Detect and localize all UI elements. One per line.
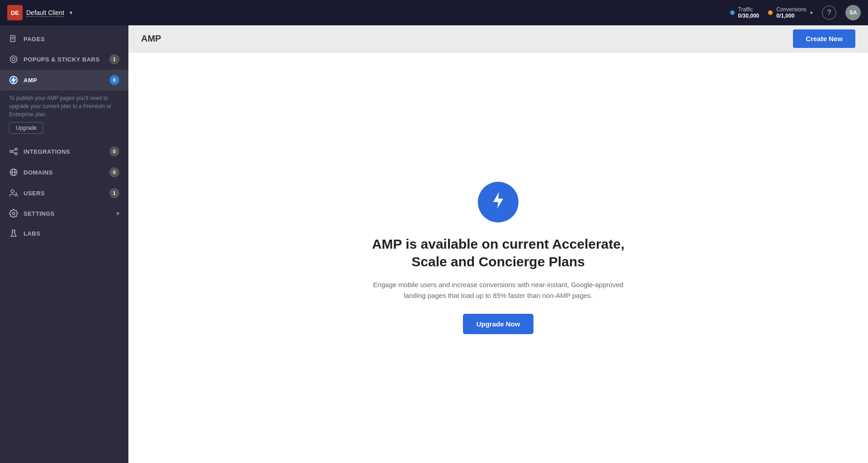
traffic-dot-icon [730,10,735,15]
create-new-button[interactable]: Create New [793,29,855,48]
sidebar-item-pages[interactable]: PAGES [0,29,128,49]
popups-icon [9,55,18,64]
sidebar: PAGES POPUPS & STICKY BARS 1 AMP 0 [0,25,128,463]
amp-bolt-icon [488,190,508,213]
page-title: AMP [141,33,161,44]
top-nav-right: Traffic 0/30,000 Conversions 0/1,000 ▾ ?… [730,5,861,20]
sidebar-item-users[interactable]: USERS 1 [0,183,128,203]
sidebar-users-label: USERS [24,190,104,197]
conversions-value: 0/1,000 [776,13,807,19]
traffic-label: Traffic [738,6,760,13]
sidebar-item-settings[interactable]: SETTINGS ▾ [0,203,128,223]
conversions-metric[interactable]: Conversions 0/1,000 ▾ [768,6,813,19]
svg-line-11 [12,152,15,153]
svg-point-7 [10,151,12,153]
svg-marker-19 [493,192,503,209]
settings-icon [9,209,18,218]
traffic-metric[interactable]: Traffic 0/30,000 [730,6,760,19]
amp-upgrade-notice-text: To publish your AMP pages you'll need to… [9,95,111,118]
traffic-value: 0/30,000 [738,13,760,19]
conversions-chevron-icon: ▾ [810,10,813,16]
domains-icon [9,168,18,177]
domains-badge: 0 [109,167,119,177]
amp-upgrade-notice: To publish your AMP pages you'll need to… [0,90,128,141]
svg-point-8 [15,148,17,151]
page-header: AMP Create New [128,25,868,52]
sidebar-domains-label: DOMAINS [24,169,104,176]
svg-point-16 [13,213,15,215]
sidebar-labs-label: LABS [24,230,119,237]
client-avatar: DE [7,5,23,20]
svg-line-10 [12,150,15,151]
amp-badge: 0 [109,75,119,85]
amp-upgrade-card: AMP is available on current Accelerate, … [358,164,638,352]
top-navigation: DE Default Client ▾ Traffic 0/30,000 Con… [0,0,868,25]
sidebar-amp-label: AMP [24,77,104,84]
conversions-dot-icon [768,10,773,15]
upgrade-card-title: AMP is available on current Accelerate, … [367,235,629,270]
client-selector[interactable]: DE Default Client ▾ [7,5,72,20]
sidebar-integrations-label: INTEGRATIONS [24,148,104,155]
popups-badge: 1 [109,54,119,64]
amp-icon [9,76,18,85]
sidebar-settings-label: SETTINGS [24,210,111,217]
help-button[interactable]: ? [822,5,836,20]
amp-logo-circle [478,182,519,222]
upgrade-button[interactable]: Upgrade [9,122,43,134]
svg-point-15 [11,190,14,193]
sidebar-item-integrations[interactable]: INTEGRATIONS 0 [0,141,128,162]
sidebar-item-amp[interactable]: AMP 0 [0,70,128,90]
upgrade-card-description: Engage mobile users and increase convers… [367,279,629,301]
pages-icon [9,34,18,43]
labs-icon [9,229,18,238]
settings-chevron-icon: ▾ [116,210,120,217]
svg-point-3 [10,56,17,63]
sidebar-popups-label: POPUPS & STICKY BARS [24,56,104,63]
sidebar-item-popups[interactable]: POPUPS & STICKY BARS 1 [0,49,128,70]
upgrade-now-button[interactable]: Upgrade Now [463,314,534,334]
conversions-label: Conversions [776,6,807,13]
sidebar-item-domains[interactable]: DOMAINS 0 [0,162,128,183]
main-content: AMP Create New AMP is available on curre… [128,25,868,463]
sidebar-item-labs[interactable]: LABS [0,223,128,243]
content-area: AMP is available on current Accelerate, … [128,52,868,463]
integrations-icon [9,147,18,156]
user-avatar[interactable]: SA [845,5,861,20]
app-body: PAGES POPUPS & STICKY BARS 1 AMP 0 [0,25,868,463]
users-icon [9,189,18,198]
svg-point-9 [15,153,17,155]
sidebar-pages-label: PAGES [24,36,119,43]
integrations-badge: 0 [109,146,119,156]
client-name[interactable]: Default Client [26,9,64,17]
svg-point-4 [12,58,15,61]
users-badge: 1 [109,188,119,198]
client-chevron-icon: ▾ [70,9,72,16]
